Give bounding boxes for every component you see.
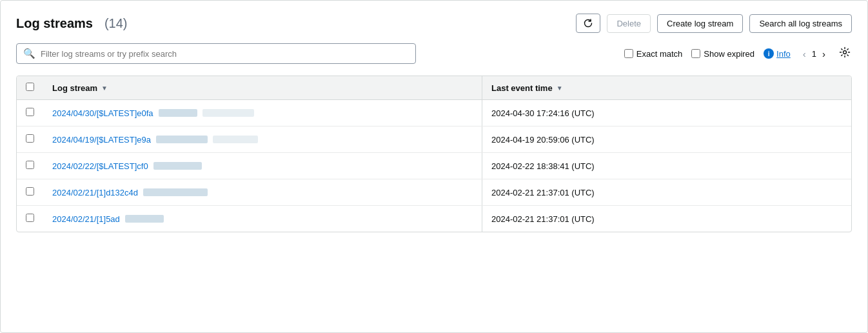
row-checkbox[interactable] [26, 161, 34, 169]
redacted-bar [156, 136, 208, 143]
exact-match-label[interactable]: Exact match [624, 49, 683, 59]
stream-name-cell: 2024/02/21/[1]5ad [43, 206, 482, 232]
create-log-stream-button[interactable]: Create log stream [657, 14, 743, 33]
event-col-header[interactable]: Last event time ▼ [482, 76, 851, 100]
event-time-cell: 2024-04-30 17:24:16 (UTC) [482, 100, 851, 126]
stream-name-cell: 2024/02/22/[$LATEST]cf0 [43, 153, 482, 179]
table-row: 2024/02/22/[$LATEST]cf02024-02-22 18:38:… [17, 153, 851, 179]
select-all-checkbox[interactable] [26, 83, 34, 91]
show-expired-checkbox[interactable] [691, 49, 700, 58]
search-row: 🔍 Exact match Show expired i Info ‹ 1 › [16, 43, 852, 64]
delete-button[interactable]: Delete [607, 14, 651, 33]
current-page: 1 [812, 49, 816, 59]
settings-icon [839, 46, 851, 58]
event-sort-icon: ▼ [557, 85, 563, 92]
search-icon: 🔍 [23, 48, 35, 59]
svg-point-0 [843, 51, 847, 54]
stream-name-link[interactable]: 2024/04/19/[$LATEST]e9a [52, 135, 151, 145]
redacted-bar [143, 188, 208, 196]
event-time-cell: 2024-04-19 20:59:06 (UTC) [482, 126, 851, 153]
table-body: 2024/04/30/[$LATEST]e0fa2024-04-30 17:24… [17, 100, 851, 232]
table-row: 2024/04/19/[$LATEST]e9a2024-04-19 20:59:… [17, 126, 851, 153]
row-checkbox-cell[interactable] [17, 126, 43, 153]
row-checkbox-cell[interactable] [17, 100, 43, 126]
row-checkbox[interactable] [26, 108, 34, 116]
stream-name-cell: 2024/02/21/[1]d132c4d [43, 179, 482, 206]
pagination: ‹ 1 › [800, 47, 829, 61]
event-time-cell: 2024-02-22 18:38:41 (UTC) [482, 153, 851, 179]
stream-count: (14) [104, 16, 128, 31]
exact-match-checkbox[interactable] [624, 49, 633, 58]
row-checkbox[interactable] [26, 134, 34, 143]
redacted-bar [213, 136, 258, 143]
redacted-bar [159, 109, 197, 117]
stream-sort-icon: ▼ [101, 85, 108, 92]
row-checkbox-cell[interactable] [17, 153, 43, 179]
prev-page-button[interactable]: ‹ [800, 47, 809, 61]
stream-name-cell: 2024/04/30/[$LATEST]e0fa [43, 100, 482, 126]
search-input[interactable] [41, 49, 409, 59]
table-header: Log stream ▼ Last event time ▼ [17, 76, 851, 100]
stream-col-header[interactable]: Log stream ▼ [43, 76, 482, 100]
refresh-button[interactable] [576, 14, 600, 33]
info-icon: i [764, 48, 774, 59]
event-time-cell: 2024-02-21 21:37:01 (UTC) [482, 206, 851, 232]
stream-name-link[interactable]: 2024/02/22/[$LATEST]cf0 [52, 161, 148, 171]
filter-controls: Exact match Show expired i Info ‹ 1 › [624, 45, 852, 62]
table-row: 2024/02/21/[1]d132c4d2024-02-21 21:37:01… [17, 179, 851, 206]
log-streams-table: Log stream ▼ Last event time ▼ 2024/04/3… [16, 76, 852, 232]
redacted-bar [202, 109, 254, 117]
stream-name-link[interactable]: 2024/02/21/[1]d132c4d [52, 188, 138, 197]
show-expired-label[interactable]: Show expired [691, 49, 755, 59]
row-checkbox-cell[interactable] [17, 179, 43, 206]
redacted-bar [125, 215, 164, 223]
search-box[interactable]: 🔍 [16, 43, 416, 64]
event-time-cell: 2024-02-21 21:37:01 (UTC) [482, 179, 851, 206]
redacted-bar [153, 162, 202, 170]
search-all-log-streams-button[interactable]: Search all log streams [749, 14, 852, 33]
refresh-icon [583, 18, 593, 28]
table-row: 2024/02/21/[1]5ad2024-02-21 21:37:01 (UT… [17, 206, 851, 232]
settings-button[interactable] [838, 45, 852, 62]
next-page-button[interactable]: › [819, 47, 829, 61]
header-row: Log streams (14) Delete Create log strea… [16, 14, 852, 33]
stream-name-link[interactable]: 2024/04/30/[$LATEST]e0fa [52, 108, 153, 118]
row-checkbox[interactable] [26, 214, 34, 222]
info-link[interactable]: i Info [764, 48, 791, 59]
select-all-header[interactable] [17, 76, 43, 100]
stream-name-cell: 2024/04/19/[$LATEST]e9a [43, 126, 482, 153]
table-row: 2024/04/30/[$LATEST]e0fa2024-04-30 17:24… [17, 100, 851, 126]
stream-name-link[interactable]: 2024/02/21/[1]5ad [52, 214, 120, 224]
row-checkbox[interactable] [26, 187, 34, 196]
row-checkbox-cell[interactable] [17, 206, 43, 232]
page-title: Log streams [16, 16, 93, 31]
